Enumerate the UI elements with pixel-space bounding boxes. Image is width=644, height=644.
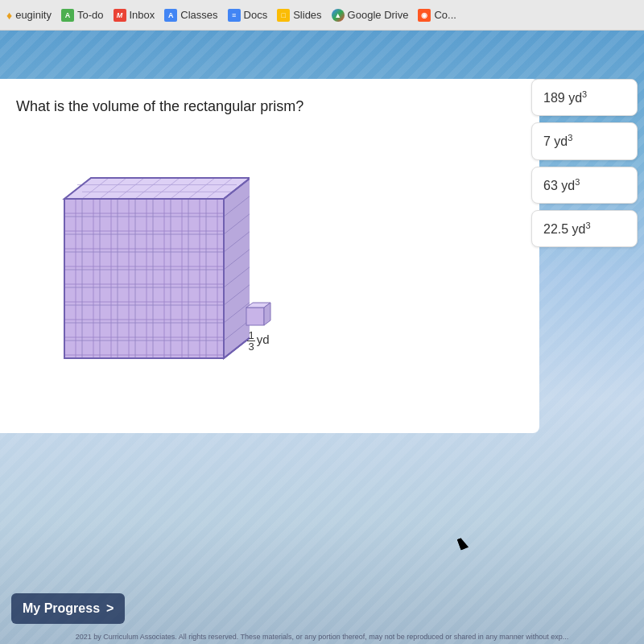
unit-cube-container: 1 3 yd bbox=[243, 299, 274, 352]
toolbar-slides[interactable]: □ Slides bbox=[277, 9, 321, 22]
main-area: What is the volume of the rectangular pr… bbox=[0, 31, 644, 644]
footer-text: 2021 by Curriculum Associates. All right… bbox=[0, 633, 644, 641]
browser-toolbar: ♦ euginity A To-do M Inbox A Classes ≡ D… bbox=[0, 0, 644, 31]
answer-label-2: 63 yd3 bbox=[543, 177, 580, 193]
fraction-numerator: 1 bbox=[247, 330, 254, 341]
toolbar-classes-label: Classes bbox=[180, 9, 217, 21]
answer-label-0: 189 yd3 bbox=[543, 89, 587, 105]
answer-btn-1[interactable]: 7 yd3 bbox=[531, 122, 638, 159]
toolbar-euginity-label: euginity bbox=[15, 9, 52, 21]
toolbar-todo-label: To-do bbox=[77, 9, 104, 21]
toolbar-co-label: Co... bbox=[434, 9, 456, 21]
toolbar-inbox-label: Inbox bbox=[130, 9, 155, 21]
co-icon: ◉ bbox=[418, 9, 431, 22]
toolbar-slides-label: Slides bbox=[293, 9, 321, 21]
fraction: 1 3 bbox=[247, 330, 254, 352]
unit-yd: yd bbox=[257, 332, 270, 346]
inbox-icon: M bbox=[114, 9, 126, 22]
my-progress-label: My Progress bbox=[23, 601, 100, 616]
answer-label-1: 7 yd3 bbox=[543, 133, 572, 149]
unit-label: 1 3 yd bbox=[247, 330, 269, 352]
answers-panel: 189 yd3 7 yd3 63 yd3 22.5 yd3 bbox=[531, 79, 644, 247]
answer-btn-3[interactable]: 22.5 yd3 bbox=[531, 210, 638, 247]
cursor bbox=[459, 538, 470, 554]
toolbar-docs[interactable]: ≡ Docs bbox=[228, 9, 268, 22]
classes-icon: A bbox=[164, 9, 177, 22]
svg-rect-49 bbox=[246, 308, 264, 325]
prism-figure: 1 3 yd bbox=[40, 142, 250, 376]
answer-btn-2[interactable]: 63 yd3 bbox=[531, 167, 638, 204]
answer-label-3: 22.5 yd3 bbox=[543, 221, 591, 237]
slides-icon: □ bbox=[277, 9, 290, 22]
toolbar-inbox[interactable]: M Inbox bbox=[114, 9, 155, 22]
toolbar-docs-label: Docs bbox=[244, 9, 268, 21]
my-progress-arrow: > bbox=[106, 601, 114, 616]
docs-icon: ≡ bbox=[228, 9, 241, 22]
unit-cube-svg bbox=[243, 299, 274, 330]
question-text: What is the volume of the rectangular pr… bbox=[16, 98, 515, 115]
prism-svg bbox=[40, 142, 250, 376]
leaf-icon: ♦ bbox=[6, 9, 12, 22]
content-card: What is the volume of the rectangular pr… bbox=[0, 79, 539, 433]
svg-rect-3 bbox=[64, 199, 224, 358]
toolbar-gdrive-label: Google Drive bbox=[348, 9, 409, 21]
toolbar-co[interactable]: ◉ Co... bbox=[418, 9, 456, 22]
todo-icon: A bbox=[61, 9, 74, 22]
fraction-denominator: 3 bbox=[247, 341, 254, 352]
toolbar-classes[interactable]: A Classes bbox=[164, 9, 217, 22]
gdrive-icon: ▲ bbox=[332, 9, 345, 22]
toolbar-euginity[interactable]: ♦ euginity bbox=[6, 9, 52, 22]
toolbar-gdrive[interactable]: ▲ Google Drive bbox=[332, 9, 409, 22]
toolbar-todo[interactable]: A To-do bbox=[61, 9, 104, 22]
answer-btn-0[interactable]: 189 yd3 bbox=[531, 79, 638, 116]
my-progress-button[interactable]: My Progress > bbox=[11, 593, 125, 624]
